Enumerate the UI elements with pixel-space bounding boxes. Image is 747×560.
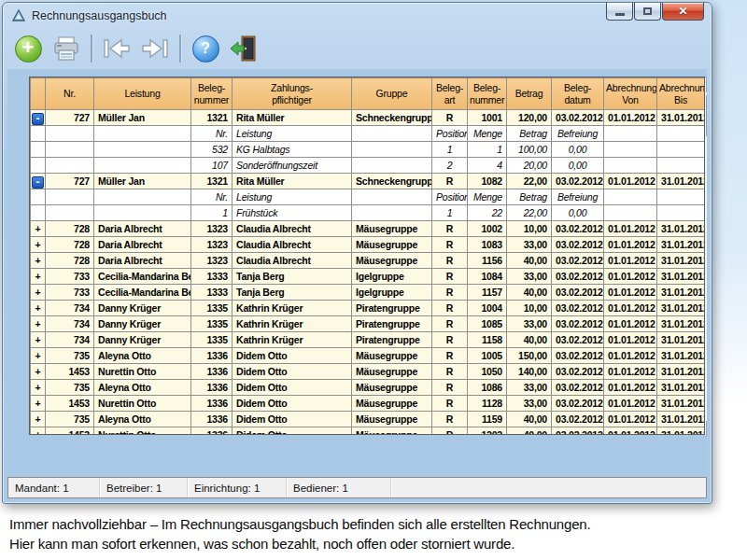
expand-button[interactable]: + xyxy=(31,412,46,427)
cell[interactable]: R xyxy=(432,348,468,364)
help-button[interactable]: ? xyxy=(189,32,222,65)
cell[interactable]: 10,00 xyxy=(507,301,552,316)
add-button[interactable]: + xyxy=(11,32,45,65)
cell[interactable]: Nurettin Otto xyxy=(94,364,191,380)
scroll-up-button[interactable] xyxy=(706,77,708,92)
cell[interactable]: 31.01.2012 xyxy=(657,253,705,269)
expand-button[interactable]: + xyxy=(31,221,46,237)
cell[interactable]: 1336 xyxy=(191,380,233,396)
cell[interactable]: Nurettin Otto xyxy=(94,427,191,436)
expand-button[interactable]: + xyxy=(31,269,46,285)
expand-button[interactable]: + xyxy=(31,348,46,364)
column-header[interactable]: Gruppe xyxy=(352,78,432,110)
cell[interactable]: 734 xyxy=(46,332,94,348)
minimize-button[interactable] xyxy=(606,3,633,21)
cell[interactable]: 734 xyxy=(46,301,94,316)
cell[interactable]: Daria Albrecht xyxy=(94,221,191,237)
cell[interactable]: 31.01.2012 xyxy=(657,316,705,332)
cell[interactable]: 1333 xyxy=(191,285,233,301)
cell[interactable]: 03.02.2012 xyxy=(552,396,604,412)
cell[interactable]: 03.02.2012 xyxy=(552,364,604,380)
cell[interactable]: 03.02.2012 xyxy=(552,237,604,253)
cell[interactable]: R xyxy=(432,332,468,348)
cell[interactable]: 1323 xyxy=(191,253,233,269)
cell[interactable]: 31.01.2012 xyxy=(657,174,705,189)
cell[interactable]: 733 xyxy=(46,285,94,301)
scroll-thumb[interactable] xyxy=(706,94,708,137)
cell[interactable]: 1004 xyxy=(468,301,507,316)
cell[interactable]: Rita Müller xyxy=(233,174,352,189)
cell[interactable]: R xyxy=(432,174,468,189)
cell[interactable]: R xyxy=(432,269,468,285)
cell[interactable]: 01.01.2012 xyxy=(604,269,657,285)
cell[interactable]: Mäusegruppe xyxy=(352,396,432,412)
cell[interactable]: 01.01.2012 xyxy=(604,110,657,126)
cell[interactable]: 31.01.2012 xyxy=(657,269,705,285)
close-button[interactable]: ✕ xyxy=(662,3,704,21)
cell[interactable]: 1323 xyxy=(191,221,233,237)
cell[interactable]: 03.02.2012 xyxy=(552,332,604,348)
cell[interactable]: R xyxy=(432,301,468,316)
column-header[interactable] xyxy=(31,78,46,110)
cell[interactable]: 1336 xyxy=(191,348,233,364)
cell[interactable]: 1128 xyxy=(468,396,507,412)
cell[interactable]: 31.01.2012 xyxy=(657,412,705,427)
cell[interactable]: R xyxy=(432,110,468,126)
cell[interactable]: Schneckengruppe xyxy=(352,174,432,189)
titlebar[interactable]: Rechnungsausgangsbuch ✕ xyxy=(3,3,712,28)
cell[interactable]: 03.02.2012 xyxy=(552,253,604,269)
cell[interactable]: 1159 xyxy=(468,412,507,427)
vertical-scrollbar[interactable] xyxy=(705,77,707,437)
column-header[interactable]: Beleg- art xyxy=(432,78,468,110)
cell[interactable]: 31.01.2012 xyxy=(657,427,705,436)
cell[interactable]: Mäusegruppe xyxy=(352,380,432,396)
cell[interactable]: 31.01.2012 xyxy=(657,380,705,396)
expand-button[interactable]: + xyxy=(31,237,46,253)
column-header[interactable]: Abrechnung Bis xyxy=(657,78,705,110)
cell[interactable]: 40,00 xyxy=(507,332,552,348)
cell[interactable]: 1202 xyxy=(468,427,507,436)
cell[interactable]: 1156 xyxy=(468,253,507,269)
cell[interactable]: 728 xyxy=(46,221,94,237)
cell[interactable]: 1336 xyxy=(191,364,233,380)
cell[interactable]: R xyxy=(432,253,468,269)
cell[interactable]: 31.01.2012 xyxy=(657,364,705,380)
cell[interactable]: 1321 xyxy=(191,110,233,126)
cell[interactable]: 1001 xyxy=(468,110,507,126)
cell[interactable]: 1453 xyxy=(46,364,94,380)
cell[interactable]: Aleyna Otto xyxy=(94,348,191,364)
cell[interactable]: 1005 xyxy=(468,348,507,364)
expand-button[interactable]: + xyxy=(31,253,46,269)
cell[interactable]: 40,00 xyxy=(507,427,552,436)
cell[interactable]: 01.01.2012 xyxy=(604,174,657,189)
cell[interactable]: Claudia Albrecht xyxy=(233,221,352,237)
cell[interactable]: R xyxy=(432,221,468,237)
cell[interactable]: 1335 xyxy=(191,316,233,332)
column-header[interactable]: Zahlungs- pflichtiger xyxy=(233,78,352,110)
cell[interactable]: R xyxy=(432,316,468,332)
cell[interactable]: Tanja Berg xyxy=(233,269,352,285)
cell[interactable]: 01.01.2012 xyxy=(604,253,657,269)
expand-button[interactable]: + xyxy=(31,380,46,396)
cell[interactable]: 03.02.2012 xyxy=(552,348,604,364)
cell[interactable]: 03.02.2012 xyxy=(552,380,604,396)
cell[interactable]: Kathrin Krüger xyxy=(233,316,352,332)
cell[interactable]: 03.02.2012 xyxy=(552,174,604,189)
cell[interactable]: 31.01.2012 xyxy=(657,348,705,364)
cell[interactable]: 33,00 xyxy=(507,269,552,285)
cell[interactable]: Cecilia-Mandarina Berg xyxy=(94,269,191,285)
cell[interactable]: 1335 xyxy=(191,332,233,348)
cell[interactable]: Kathrin Krüger xyxy=(233,332,352,348)
expand-button[interactable]: + xyxy=(31,301,46,316)
cell[interactable]: 735 xyxy=(46,412,94,427)
cell[interactable]: 1453 xyxy=(46,396,94,412)
cell[interactable]: Piratengruppe xyxy=(352,301,432,316)
column-header[interactable]: Beleg- nummer xyxy=(191,78,233,110)
cell[interactable]: 1453 xyxy=(46,427,94,436)
cell[interactable]: 03.02.2012 xyxy=(552,269,604,285)
cell[interactable]: Mäusegruppe xyxy=(352,348,432,364)
expand-button[interactable]: + xyxy=(31,285,46,301)
cell[interactable]: R xyxy=(432,380,468,396)
maximize-button[interactable] xyxy=(634,3,661,21)
column-header[interactable]: Nr. xyxy=(46,78,94,110)
